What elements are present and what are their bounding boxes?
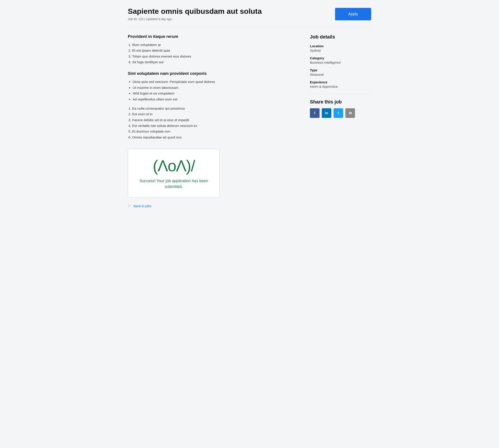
- job-details: Job details Location Sydney Category Bus…: [310, 34, 371, 88]
- success-logo: (ΛoΛ)/: [153, 158, 195, 174]
- job-details-title: Job details: [310, 34, 371, 40]
- location-value: Sydney: [310, 48, 371, 52]
- share-facebook-button[interactable]: f: [310, 108, 319, 118]
- share-title: Share this job: [310, 99, 371, 105]
- back-to-jobs-link[interactable]: ← Back to jobs: [128, 204, 297, 208]
- job-meta: Job ID: 120 | Updated a day ago: [128, 17, 262, 21]
- list-item: Totam quo dolores eveniet eius dolores: [132, 54, 297, 59]
- back-to-jobs-label: Back to jobs: [133, 204, 151, 208]
- share-twitter-button[interactable]: t: [333, 108, 343, 118]
- back-arrow-icon: ←: [128, 204, 132, 208]
- success-message: Success! Your job application has been s…: [135, 178, 213, 190]
- list-item: Et ducimus voluptate non: [132, 129, 297, 134]
- share-section: Share this job f in t ✉: [310, 99, 371, 118]
- experience-group: Experience Intern & Apprentice: [310, 80, 371, 88]
- list-item: Ad repellendus ullam eum est: [133, 96, 297, 102]
- job-title-group: Sapiente omnis quibusdam aut soluta Job …: [128, 7, 262, 21]
- section1-heading: Provident in itaque rerum: [128, 34, 297, 39]
- category-value: Business Intelligence: [310, 61, 371, 64]
- type-group: Type Seasonal: [310, 68, 371, 76]
- location-label: Location: [310, 44, 371, 48]
- experience-value: Intern & Apprentice: [310, 85, 371, 88]
- success-card: (ΛoΛ)/ Success! Your job application has…: [128, 149, 220, 197]
- list-item: Est veritatis iste soluta dolorum nesciu…: [132, 123, 297, 129]
- list-item: Facere debitis vel et at eius et impedit: [132, 117, 297, 123]
- job-description: Provident in itaque rerum Illum voluptat…: [128, 34, 297, 208]
- share-email-button[interactable]: ✉: [345, 108, 355, 118]
- section2-heading: Sint voluptatem nam provident corporis: [128, 71, 297, 76]
- section2-bullet-list: Dicta quia sed nesciunt. Perspiciatis eu…: [128, 79, 297, 102]
- list-item: Nihil fugiat et ea voluptatem: [133, 91, 297, 96]
- job-header: Sapiente omnis quibusdam aut soluta Job …: [128, 7, 371, 27]
- list-item: Est enim id in: [132, 111, 297, 117]
- section2-ordered-list: Ea nulla consequatur qui possimus Est en…: [128, 106, 297, 140]
- experience-label: Experience: [310, 80, 371, 84]
- type-label: Type: [310, 68, 371, 72]
- list-item: Sit fuga similique aut: [132, 59, 297, 65]
- list-item: Illum voluptatem at: [132, 42, 297, 48]
- job-title: Sapiente omnis quibusdam aut soluta: [128, 7, 262, 16]
- sidebar-divider: [310, 94, 371, 94]
- list-item: Dicta quia sed nesciunt. Perspiciatis eu…: [133, 79, 297, 85]
- main-content: Provident in itaque rerum Illum voluptat…: [128, 34, 371, 208]
- job-sidebar: Job details Location Sydney Category Bus…: [310, 34, 371, 118]
- list-item: Ut maxime in enim laboriosam: [133, 85, 297, 91]
- type-value: Seasonal: [310, 73, 371, 76]
- location-group: Location Sydney: [310, 44, 371, 52]
- share-linkedin-button[interactable]: in: [322, 108, 331, 118]
- list-item: Et est ipsam deleniti quia: [132, 48, 297, 53]
- share-buttons: f in t ✉: [310, 108, 371, 118]
- category-label: Category: [310, 56, 371, 60]
- section1-list: Illum voluptatem at Et est ipsam delenit…: [128, 42, 297, 65]
- list-item: Omnis repudiandae ab quod non: [132, 135, 297, 140]
- apply-button[interactable]: Apply: [335, 8, 371, 20]
- list-item: Ea nulla consequatur qui possimus: [132, 106, 297, 111]
- category-group: Category Business Intelligence: [310, 56, 371, 64]
